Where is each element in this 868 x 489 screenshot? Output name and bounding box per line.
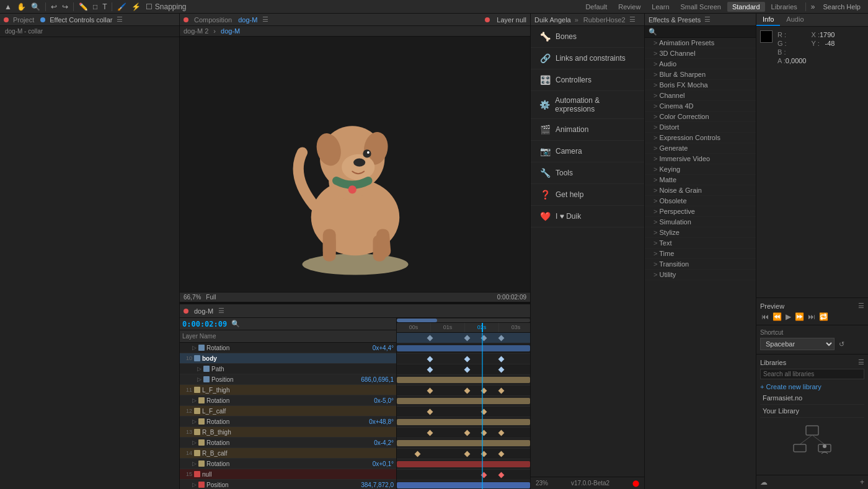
- skip-to-start-btn[interactable]: ⏮: [760, 312, 770, 321]
- more-workspaces-icon[interactable]: »: [809, 2, 817, 11]
- kf-pos1-1[interactable]: [427, 367, 433, 373]
- comp-tab-2[interactable]: dog-M: [221, 27, 240, 35]
- duik-camera[interactable]: 📷 Camera: [531, 141, 644, 162]
- effects-item-channel[interactable]: Channel: [645, 90, 756, 101]
- comp-menu-icon[interactable]: ☰: [262, 15, 268, 24]
- duik-get-help[interactable]: ❓ Get help: [531, 184, 644, 206]
- effects-item-keying[interactable]: Keying: [645, 164, 756, 175]
- effects-item-perspective[interactable]: Perspective: [645, 206, 756, 217]
- cloud-icon[interactable]: ☁: [760, 478, 768, 487]
- tl-layer-null[interactable]: 15 null: [180, 469, 396, 480]
- effects-item-cinema4d[interactable]: Cinema 4D: [645, 101, 756, 112]
- duik-animation[interactable]: 🎬 Animation: [531, 119, 644, 141]
- expand-rot-lf-calf[interactable]: ▷: [192, 418, 197, 425]
- timeline-scroll-bar[interactable]: [397, 318, 530, 323]
- effects-item-distort[interactable]: Distort: [645, 122, 756, 133]
- tool-clone[interactable]: ⚡: [130, 2, 143, 11]
- effects-item-utility[interactable]: Utility: [645, 270, 756, 280]
- expand-rot-rb-calf[interactable]: ▷: [192, 460, 197, 467]
- duik-bones[interactable]: 🦴 Bones: [531, 26, 644, 48]
- effects-item-time[interactable]: Time: [645, 249, 756, 259]
- effects-item-obsolete[interactable]: Obsolete: [645, 196, 756, 206]
- expand-rot-lf[interactable]: ▷: [192, 397, 197, 403]
- effects-item-simulation[interactable]: Simulation: [645, 217, 756, 227]
- tl-layer-rot-lf-calf[interactable]: ▷ Rotation 0x+48,8°: [180, 416, 396, 427]
- kf-rlf-1[interactable]: [427, 388, 433, 394]
- loop-btn[interactable]: 🔁: [818, 312, 830, 321]
- comp-tab-1[interactable]: dog-M 2: [184, 27, 208, 35]
- tool-zoom[interactable]: 🔍: [29, 2, 42, 11]
- duik-expand-icon[interactable]: »: [575, 16, 578, 24]
- kf-rrbc-4[interactable]: [498, 451, 505, 457]
- expand-path1[interactable]: ▷: [197, 366, 202, 372]
- lib-search-input[interactable]: [760, 369, 864, 379]
- step-forward-btn[interactable]: ⏩: [794, 312, 805, 321]
- kf-rrb-2[interactable]: [464, 430, 471, 436]
- tl-layer-rot-rb[interactable]: ▷ Rotation 0x-4,2°: [180, 438, 396, 448]
- kf-rlf-2[interactable]: [464, 388, 471, 394]
- workspace-review[interactable]: Review: [613, 2, 645, 12]
- tl-layer-position1[interactable]: ▷ Position 686,0,696,1: [180, 374, 396, 385]
- tool-hand[interactable]: ✋: [15, 2, 28, 11]
- workspace-standard[interactable]: Standard: [727, 2, 765, 12]
- duik-controllers[interactable]: 🎛️ Controllers: [531, 69, 644, 91]
- tab-info[interactable]: Info: [756, 14, 780, 26]
- effects-item-color-correction[interactable]: Color Correction: [645, 112, 756, 122]
- shortcut-select[interactable]: Spacebar: [760, 338, 835, 350]
- tool-arrow[interactable]: ▲: [2, 2, 14, 11]
- kf-p1-3[interactable]: [498, 356, 505, 363]
- tool-paint[interactable]: 🖌️: [115, 2, 128, 11]
- expand-pos1[interactable]: ▷: [197, 376, 202, 382]
- duik-menu-icon[interactable]: ☰: [629, 15, 636, 24]
- quality-display[interactable]: Full: [206, 294, 216, 301]
- effects-item-immersive[interactable]: Immersive Video: [645, 154, 756, 164]
- effects-item-matte[interactable]: Matte: [645, 175, 756, 185]
- snapping-checkbox[interactable]: ☐ Snapping: [144, 2, 188, 11]
- kf-pnull-2[interactable]: [498, 472, 505, 478]
- effects-search-input[interactable]: [645, 26, 756, 38]
- duik-links[interactable]: 🔗 Links and constraints: [531, 48, 644, 69]
- kf-rrb-1[interactable]: [427, 430, 433, 436]
- tool-text[interactable]: T: [100, 2, 108, 11]
- kf-rlfc-1[interactable]: [427, 409, 433, 415]
- effects-item-noise[interactable]: Noise & Grain: [645, 185, 756, 196]
- kf-rrbc-2[interactable]: [464, 451, 471, 457]
- expand-icon[interactable]: ▷: [192, 345, 197, 351]
- scroll-thumb[interactable]: [397, 319, 437, 322]
- add-icon[interactable]: +: [860, 478, 864, 487]
- skip-to-end-btn[interactable]: ⏭: [807, 312, 817, 321]
- duik-love[interactable]: ❤️ I ♥ Duik: [531, 206, 644, 227]
- tab-audio[interactable]: Audio: [780, 14, 810, 26]
- effects-item-generate[interactable]: Generate: [645, 143, 756, 154]
- duik-tools[interactable]: 🔧 Tools: [531, 162, 644, 184]
- kf-rrbc-1[interactable]: [415, 451, 421, 457]
- tl-layer-body[interactable]: 10 body: [180, 353, 396, 364]
- expand-rot-rb[interactable]: ▷: [192, 439, 197, 446]
- kf-p1-2[interactable]: [464, 356, 471, 363]
- tl-layer-rb-thigh[interactable]: 13 R_B_thigh: [180, 427, 396, 438]
- timeline-tracks[interactable]: 00s 01s 02s 03s 04s 05s 06s 07s 08s 09s …: [397, 318, 530, 489]
- effects-item-stylize[interactable]: Stylize: [645, 227, 756, 238]
- duik-automation[interactable]: ⚙️ Automation & expressions: [531, 91, 644, 119]
- play-btn[interactable]: ▶: [784, 312, 792, 321]
- effects-menu-icon[interactable]: ☰: [704, 15, 711, 24]
- tl-layer-path1[interactable]: ▷ Path: [180, 364, 396, 374]
- zoom-display[interactable]: 66,7%: [184, 294, 201, 301]
- tl-layer-pos-null[interactable]: ▷ Position 384,7,872,0: [180, 480, 396, 489]
- effects-item-3d-channel[interactable]: 3D Channel: [645, 48, 756, 59]
- workspace-small-screen[interactable]: Small Screen: [676, 2, 726, 12]
- lib-menu-icon[interactable]: ☰: [858, 358, 864, 366]
- tool-undo[interactable]: ↪: [60, 2, 70, 11]
- expand-pos-null[interactable]: ▷: [192, 482, 197, 488]
- panel-menu-icon[interactable]: ☰: [117, 15, 123, 24]
- kf-rlf-4[interactable]: [498, 388, 505, 394]
- tool-pen[interactable]: ✏️: [77, 2, 90, 11]
- preview-menu[interactable]: ☰: [858, 302, 864, 310]
- effects-item-text[interactable]: Text: [645, 238, 756, 249]
- tool-shape[interactable]: □: [91, 2, 99, 11]
- tl-layer-rb-calf[interactable]: 14 R_B_calf: [180, 448, 396, 459]
- kf-p1-1[interactable]: [427, 356, 433, 363]
- tl-layer-rotation1[interactable]: ▷ Rotation 0x+4,4°: [180, 343, 396, 353]
- effects-item-blur[interactable]: Blur & Sharpen: [645, 69, 756, 80]
- kf-pos1-3[interactable]: [498, 367, 505, 373]
